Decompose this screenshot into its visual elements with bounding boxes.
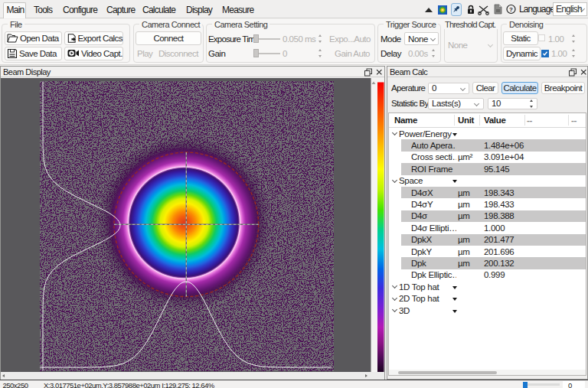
svg-text:?: ? [509, 6, 513, 13]
